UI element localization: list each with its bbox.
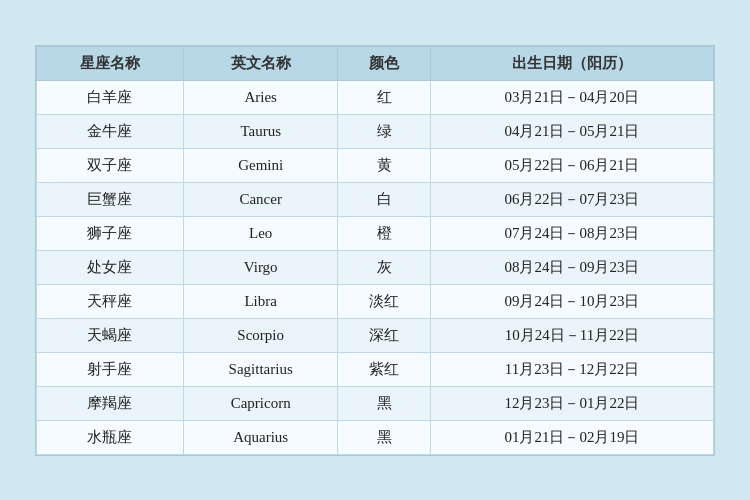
table-cell-0-3: 03月21日－04月20日: [430, 80, 713, 114]
table-row: 射手座Sagittarius紫红11月23日－12月22日: [37, 352, 714, 386]
table-cell-6-0: 天秤座: [37, 284, 184, 318]
table-cell-8-3: 11月23日－12月22日: [430, 352, 713, 386]
table-cell-7-3: 10月24日－11月22日: [430, 318, 713, 352]
table-cell-5-0: 处女座: [37, 250, 184, 284]
table-cell-10-2: 黑: [338, 420, 431, 454]
table-cell-9-3: 12月23日－01月22日: [430, 386, 713, 420]
table-cell-3-0: 巨蟹座: [37, 182, 184, 216]
table-row: 摩羯座Capricorn黑12月23日－01月22日: [37, 386, 714, 420]
table-cell-8-1: Sagittarius: [183, 352, 338, 386]
table-cell-4-3: 07月24日－08月23日: [430, 216, 713, 250]
table-cell-0-1: Aries: [183, 80, 338, 114]
table-cell-5-2: 灰: [338, 250, 431, 284]
table-row: 金牛座Taurus绿04月21日－05月21日: [37, 114, 714, 148]
table-cell-1-2: 绿: [338, 114, 431, 148]
table-row: 天秤座Libra淡红09月24日－10月23日: [37, 284, 714, 318]
table-cell-6-1: Libra: [183, 284, 338, 318]
table-row: 狮子座Leo橙07月24日－08月23日: [37, 216, 714, 250]
table-cell-10-0: 水瓶座: [37, 420, 184, 454]
table-row: 白羊座Aries红03月21日－04月20日: [37, 80, 714, 114]
table-cell-1-1: Taurus: [183, 114, 338, 148]
table-cell-9-0: 摩羯座: [37, 386, 184, 420]
table-cell-1-3: 04月21日－05月21日: [430, 114, 713, 148]
table-cell-0-2: 红: [338, 80, 431, 114]
header-col-2: 颜色: [338, 46, 431, 80]
table-cell-5-3: 08月24日－09月23日: [430, 250, 713, 284]
table-cell-7-2: 深红: [338, 318, 431, 352]
table-cell-4-1: Leo: [183, 216, 338, 250]
table-cell-6-2: 淡红: [338, 284, 431, 318]
table-cell-2-2: 黄: [338, 148, 431, 182]
table-cell-1-0: 金牛座: [37, 114, 184, 148]
header-col-1: 英文名称: [183, 46, 338, 80]
table-cell-10-1: Aquarius: [183, 420, 338, 454]
table-cell-9-2: 黑: [338, 386, 431, 420]
zodiac-table: 星座名称英文名称颜色出生日期（阳历） 白羊座Aries红03月21日－04月20…: [36, 46, 714, 455]
table-cell-2-0: 双子座: [37, 148, 184, 182]
table-cell-4-2: 橙: [338, 216, 431, 250]
table-header-row: 星座名称英文名称颜色出生日期（阳历）: [37, 46, 714, 80]
table-cell-6-3: 09月24日－10月23日: [430, 284, 713, 318]
header-col-0: 星座名称: [37, 46, 184, 80]
header-col-3: 出生日期（阳历）: [430, 46, 713, 80]
table-cell-10-3: 01月21日－02月19日: [430, 420, 713, 454]
table-row: 巨蟹座Cancer白06月22日－07月23日: [37, 182, 714, 216]
table-cell-2-1: Gemini: [183, 148, 338, 182]
table-row: 双子座Gemini黄05月22日－06月21日: [37, 148, 714, 182]
table-cell-3-3: 06月22日－07月23日: [430, 182, 713, 216]
table-cell-7-1: Scorpio: [183, 318, 338, 352]
table-body: 白羊座Aries红03月21日－04月20日金牛座Taurus绿04月21日－0…: [37, 80, 714, 454]
table-cell-8-2: 紫红: [338, 352, 431, 386]
table-cell-8-0: 射手座: [37, 352, 184, 386]
zodiac-table-container: 星座名称英文名称颜色出生日期（阳历） 白羊座Aries红03月21日－04月20…: [35, 45, 715, 456]
table-cell-4-0: 狮子座: [37, 216, 184, 250]
table-cell-3-1: Cancer: [183, 182, 338, 216]
table-cell-9-1: Capricorn: [183, 386, 338, 420]
table-row: 天蝎座Scorpio深红10月24日－11月22日: [37, 318, 714, 352]
table-row: 水瓶座Aquarius黑01月21日－02月19日: [37, 420, 714, 454]
table-cell-7-0: 天蝎座: [37, 318, 184, 352]
table-cell-3-2: 白: [338, 182, 431, 216]
table-cell-0-0: 白羊座: [37, 80, 184, 114]
table-cell-5-1: Virgo: [183, 250, 338, 284]
table-row: 处女座Virgo灰08月24日－09月23日: [37, 250, 714, 284]
table-cell-2-3: 05月22日－06月21日: [430, 148, 713, 182]
